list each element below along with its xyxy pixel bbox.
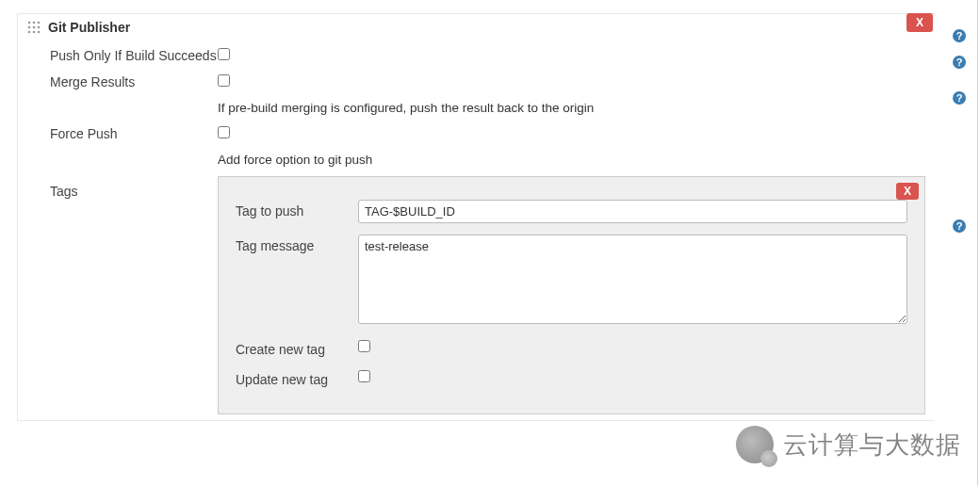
svg-text:?: ? xyxy=(956,30,963,41)
git-publisher-panel: Git Publisher Push Only If Build Succeed… xyxy=(17,13,935,421)
svg-text:?: ? xyxy=(956,92,963,104)
tags-label: Tags xyxy=(50,180,218,199)
tag-message-textarea[interactable] xyxy=(358,235,907,324)
row-merge-results: Merge Results xyxy=(18,67,935,93)
merge-results-help: If pre-build merging is configured, push… xyxy=(18,93,935,119)
push-only-checkbox[interactable] xyxy=(218,48,230,60)
row-tag-message: Tag message xyxy=(236,229,907,332)
force-push-label: Force Push xyxy=(50,122,218,141)
watermark-text: 云计算与大数据 xyxy=(783,429,961,462)
svg-text:?: ? xyxy=(956,220,963,232)
force-push-help: Add force option to git push xyxy=(18,145,935,170)
row-update-new-tag: Update new tag xyxy=(236,363,907,393)
force-push-checkbox[interactable] xyxy=(218,126,230,138)
update-new-tag-label: Update new tag xyxy=(236,368,358,387)
svg-point-7 xyxy=(33,31,36,34)
row-tag-to-push: Tag to push xyxy=(236,194,907,229)
help-icon[interactable]: ? xyxy=(952,219,967,234)
tag-to-push-input[interactable] xyxy=(358,200,907,223)
help-icon[interactable]: ? xyxy=(952,90,967,105)
push-only-label: Push Only If Build Succeeds xyxy=(50,44,218,63)
watermark: 云计算与大数据 xyxy=(736,426,961,463)
delete-tag-button[interactable]: X xyxy=(896,183,919,200)
row-force-push: Force Push xyxy=(18,119,935,145)
merge-results-label: Merge Results xyxy=(50,71,218,89)
tags-block: X Tag to push Tag message Create new tag… xyxy=(218,176,925,414)
svg-point-6 xyxy=(28,31,31,34)
svg-point-0 xyxy=(28,22,31,24)
tag-to-push-label: Tag to push xyxy=(236,200,358,219)
help-icon[interactable]: ? xyxy=(952,55,967,70)
svg-point-3 xyxy=(28,26,31,29)
section-title: Git Publisher xyxy=(48,20,130,35)
svg-point-2 xyxy=(38,22,41,24)
tag-message-label: Tag message xyxy=(236,235,358,253)
update-new-tag-checkbox[interactable] xyxy=(358,370,370,382)
row-cutoff xyxy=(236,393,907,404)
section-header: Git Publisher xyxy=(18,14,935,40)
svg-point-5 xyxy=(38,26,41,29)
row-create-new-tag: Create new tag xyxy=(236,332,907,363)
delete-section-button[interactable]: X xyxy=(906,13,933,32)
svg-point-4 xyxy=(33,26,36,29)
svg-point-8 xyxy=(38,31,41,34)
help-icon[interactable]: ? xyxy=(952,28,967,43)
page-border xyxy=(977,0,978,486)
svg-text:?: ? xyxy=(956,57,963,68)
merge-results-checkbox[interactable] xyxy=(218,74,230,87)
drag-handle-icon[interactable] xyxy=(27,21,41,34)
wechat-icon xyxy=(736,426,774,463)
row-push-only: Push Only If Build Succeeds xyxy=(18,40,935,67)
create-new-tag-label: Create new tag xyxy=(236,338,358,357)
create-new-tag-checkbox[interactable] xyxy=(358,340,370,352)
svg-point-1 xyxy=(33,22,36,24)
